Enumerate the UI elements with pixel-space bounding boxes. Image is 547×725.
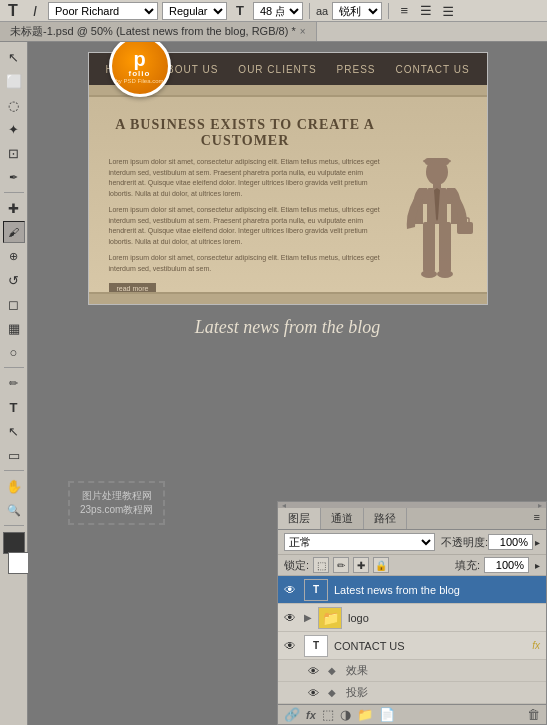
document-tab[interactable]: 未标题-1.psd @ 50% (Latest news from the bl… [0,22,317,41]
lock-transparency-button[interactable]: ⬚ [313,557,329,573]
svg-point-5 [421,270,437,278]
background-color[interactable] [8,552,30,574]
tab-bar: 未标题-1.psd @ 50% (Latest news from the bl… [0,22,547,42]
ribbon-bottom [89,292,487,304]
vintage-man-illustration [397,154,477,304]
nav-clients[interactable]: OUR CLIENTS [238,64,316,75]
logo-folio: folio [129,69,151,78]
watermark-line1: 图片处理教程网 [80,489,153,503]
layer-item-logo[interactable]: 👁 ▶ 📁 logo [278,604,546,632]
opacity-label: 不透明度: [441,535,488,550]
layer-fx-badge: fx [532,640,540,651]
hero-para-1: Lorem ipsum dolor sit amet, consectetur … [109,157,382,199]
dodge-tool[interactable]: ○ [3,341,25,363]
clone-stamp-tool[interactable]: ⊕ [3,245,25,267]
font-style-select[interactable]: Regular [162,2,227,20]
canvas-area[interactable]: p folio by PSD Filea.com HOME ABOUT US O… [28,42,547,725]
layer-item-latest-news[interactable]: 👁 T Latest news from the blog [278,576,546,604]
marquee-tool[interactable]: ⬜ [3,70,25,92]
layer-visibility-eye[interactable]: 👁 [284,639,300,653]
hand-tool[interactable]: ✋ [3,475,25,497]
layer-item-contact-us[interactable]: 👁 T CONTACT US fx [278,632,546,660]
hero-heading: A BUSINESS EXISTS TO CREATE A CUSTOMER [109,117,382,149]
fill-input[interactable] [484,557,529,573]
move-tool[interactable]: ↖ [3,46,25,68]
path-select-tool[interactable]: ↖ [3,420,25,442]
layer-name-latest-news: Latest news from the blog [334,584,540,596]
pen-tool[interactable]: ✏ [3,372,25,394]
layers-list: 👁 T Latest news from the blog 👁 ▶ 📁 logo… [278,576,546,704]
new-group-icon[interactable]: 📁 [357,707,373,722]
layer-name-contact-us: CONTACT US [334,640,528,652]
eyedropper-tool[interactable]: ✒ [3,166,25,188]
healing-tool[interactable]: ✚ [3,197,25,219]
canvas-caption: Latest news from the blog [195,317,380,338]
lock-image-button[interactable]: ✏ [333,557,349,573]
font-family-select[interactable]: Poor Richard [48,2,158,20]
fill-arrow[interactable]: ▸ [535,560,540,571]
new-layer-icon[interactable]: 📄 [379,707,395,722]
eraser-tool[interactable]: ◻ [3,293,25,315]
brush-tool[interactable]: 🖌 [3,221,25,243]
svg-point-6 [437,270,453,278]
separator [309,3,310,19]
lock-position-button[interactable]: ✚ [353,557,369,573]
link-layers-icon[interactable]: 🔗 [284,707,300,722]
svg-rect-1 [433,182,441,188]
watermark-line2: 23ps.com教程网 [80,503,153,517]
add-adjustment-icon[interactable]: ◑ [340,707,351,722]
tab-close-button[interactable]: × [300,26,306,37]
sharpness-select[interactable]: 锐利 [332,2,382,20]
align-icon[interactable]: ≡ [395,2,413,20]
panel-bottom-bar: 🔗 fx ⬚ ◑ 📁 📄 🗑 [278,704,546,724]
panel-collapse-button[interactable]: ≡ [528,508,546,529]
hero-para-2: Lorem ipsum dolor sit amet, consectetur … [109,205,382,247]
logo-letter: p [133,49,145,69]
foreground-color[interactable] [3,532,25,554]
svg-rect-10 [425,158,449,165]
delete-layer-icon[interactable]: 🗑 [527,707,540,722]
opacity-arrow[interactable]: ▸ [535,537,540,548]
main-area: ↖ ⬜ ◌ ✦ ⊡ ✒ ✚ 🖌 ⊕ ↺ ◻ ▦ ○ ✏ T ↖ ▭ ✋ 🔍 p [0,42,547,725]
crop-tool[interactable]: ⊡ [3,142,25,164]
layer-visibility-eye[interactable]: 👁 [284,583,300,597]
zoom-tool[interactable]: 🔍 [3,499,25,521]
add-fx-icon[interactable]: fx [306,709,316,721]
blend-mode-select[interactable]: 正常 [284,533,435,551]
shape-tool[interactable]: ▭ [3,444,25,466]
channels-tab[interactable]: 通道 [321,508,364,529]
nav-press[interactable]: PRESS [337,64,376,75]
site-nav: p folio by PSD Filea.com HOME ABOUT US O… [89,53,487,85]
type-tool-icon[interactable]: T [4,2,22,20]
nav-contact[interactable]: CONTACT US [396,64,470,75]
layer-expand-arrow[interactable]: ▶ [304,612,318,623]
svg-rect-3 [423,222,435,272]
separator2 [388,3,389,19]
lasso-tool[interactable]: ◌ [3,94,25,116]
lock-all-button[interactable]: 🔒 [373,557,389,573]
gradient-tool[interactable]: ▦ [3,317,25,339]
lock-row: 锁定: ⬚ ✏ ✚ 🔒 填充: ▸ [278,555,546,576]
aa-label: aa [316,5,328,17]
history-brush-tool[interactable]: ↺ [3,269,25,291]
align-center-icon[interactable]: ☰ [417,2,435,20]
quick-select-tool[interactable]: ✦ [3,118,25,140]
font-style-icon[interactable]: I [26,2,44,20]
layers-tab[interactable]: 图层 [278,508,321,529]
layer-thumbnail-text: T [304,635,328,657]
sub-layer-eye-shadow[interactable]: 👁 [308,687,324,699]
top-toolbar: T I Poor Richard Regular T 48 点 aa 锐利 ≡ … [0,0,547,22]
font-size-select[interactable]: 48 点 [253,2,303,20]
font-size-icon: T [231,2,249,20]
layer-visibility-eye[interactable]: 👁 [284,611,300,625]
add-mask-icon[interactable]: ⬚ [322,707,334,722]
svg-rect-4 [439,222,451,272]
sub-layer-eye[interactable]: 👁 [308,665,324,677]
layers-panel: ◂ ▸ 图层 通道 路径 ≡ 正常 不透明度: ▸ 锁定: [277,501,547,725]
paths-tab[interactable]: 路径 [364,508,407,529]
type-tool[interactable]: T [3,396,25,418]
sub-layer-icon: ◆ [328,665,342,676]
align-right-icon[interactable]: ☰ [439,2,457,20]
tab-label: 未标题-1.psd @ 50% (Latest news from the bl… [10,24,296,39]
opacity-input[interactable] [488,534,533,550]
